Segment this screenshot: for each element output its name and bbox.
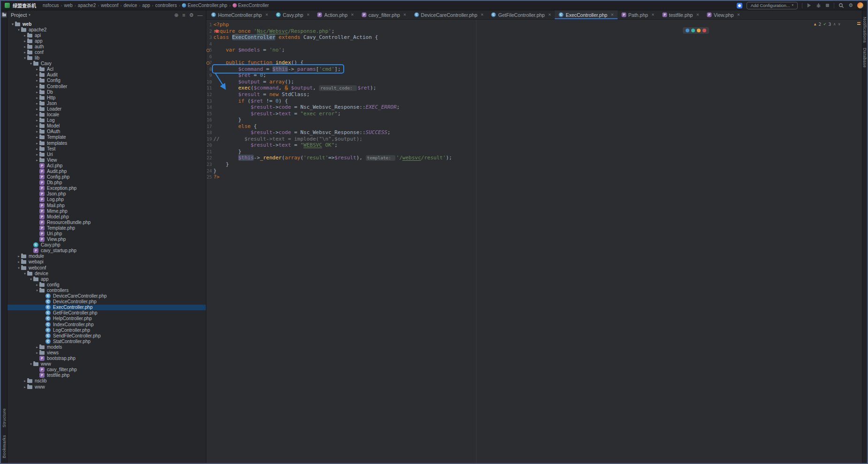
debug-icon[interactable] <box>816 3 821 8</box>
code-with-me-icon[interactable] <box>737 3 742 8</box>
tree-item[interactable]: LogController.php <box>8 327 206 333</box>
tree-item[interactable]: ▸Config <box>8 78 206 83</box>
tree-chevron-icon[interactable]: ▸ <box>35 96 39 99</box>
collapse-all-icon[interactable]: ≡ <box>182 13 185 18</box>
breadcrumb-item[interactable]: ExecController <box>233 3 269 8</box>
line-number[interactable]: 20 <box>206 142 212 149</box>
line-number[interactable]: 13 <box>206 98 212 105</box>
line-number[interactable]: 1 <box>206 22 212 28</box>
line-number[interactable]: 3 <box>206 34 212 41</box>
line-number[interactable]: 8 <box>206 66 212 73</box>
tree-chevron-icon[interactable]: ▸ <box>35 124 39 127</box>
tree-item[interactable]: ▸Audit <box>8 72 206 78</box>
breadcrumb-item[interactable]: ExecController.php <box>182 3 227 8</box>
tree-item[interactable]: Audit.php <box>8 168 206 174</box>
tree-item[interactable]: ▸models <box>8 344 206 350</box>
code-line[interactable]: 19// $result->text = implode("\n",$outpu… <box>206 136 862 142</box>
tree-item[interactable]: ▾apache2 <box>8 27 206 32</box>
tree-item[interactable]: GetFileController.php <box>8 310 206 316</box>
database-tool-button[interactable]: Database <box>862 48 867 68</box>
tree-item[interactable]: ▸config <box>8 282 206 287</box>
editor-tab[interactable]: Path.php✕ <box>618 10 658 19</box>
tree-chevron-icon[interactable]: ▸ <box>16 260 21 263</box>
tree-chevron-icon[interactable]: ▸ <box>35 102 39 105</box>
tree-item[interactable]: ResourceBundle.php <box>8 219 206 225</box>
breadcrumb-item[interactable]: app <box>142 3 150 8</box>
tree-chevron-icon[interactable]: ▾ <box>16 28 21 31</box>
tree-item[interactable]: ▸Log <box>8 118 206 123</box>
tree-item[interactable]: ▸Model <box>8 123 206 129</box>
tree-chevron-icon[interactable]: ▸ <box>35 142 39 145</box>
tree-chevron-icon[interactable]: ▸ <box>35 79 39 82</box>
breadcrumb-item[interactable]: nsfocus <box>43 3 59 8</box>
tree-item[interactable]: Acl.php <box>8 163 206 168</box>
tree-item[interactable]: ▸Acl <box>8 67 206 72</box>
tree-item[interactable]: Mime.php <box>8 208 206 214</box>
line-number[interactable]: 22 <box>206 155 212 161</box>
tree-item[interactable]: Exception.php <box>8 186 206 191</box>
line-number[interactable]: 25 <box>206 174 212 180</box>
tree-chevron-icon[interactable]: ▾ <box>10 22 15 26</box>
tree-item[interactable]: Mail.php <box>8 202 206 208</box>
code-line[interactable]: 15 $result->text = "exec error"; <box>206 111 862 117</box>
tree-item[interactable]: ▸conf <box>8 49 206 55</box>
tab-close-icon[interactable]: ✕ <box>611 13 614 17</box>
line-number[interactable]: 10 <box>206 79 212 85</box>
tree-item[interactable]: ▸Controller <box>8 83 206 89</box>
bookmarks-tool-button[interactable]: Bookmarks <box>2 435 7 458</box>
tree-chevron-icon[interactable]: ▸ <box>35 283 39 286</box>
tree-item[interactable]: StatController.php <box>8 338 206 344</box>
line-number[interactable]: 17 <box>206 123 212 130</box>
code-line[interactable]: 9 $ret = 0; <box>206 72 862 79</box>
tab-close-icon[interactable]: ✕ <box>548 13 551 17</box>
tree-item[interactable]: ▾www <box>8 361 206 367</box>
tree-item[interactable]: ▸Template <box>8 135 206 140</box>
tree-item[interactable]: ExecController.php <box>8 305 206 310</box>
prev-problem-icon[interactable]: ∧ <box>833 21 836 28</box>
tree-item[interactable]: ▸templates <box>8 140 206 146</box>
line-number[interactable]: 15 <box>206 111 212 117</box>
tab-close-icon[interactable]: ✕ <box>265 13 268 17</box>
tree-chevron-icon[interactable]: ▸ <box>35 107 39 111</box>
code-line[interactable]: 1<?php <box>206 22 862 28</box>
tree-item[interactable]: View.php <box>8 237 206 242</box>
tree-item[interactable]: IndexController.php <box>8 322 206 327</box>
tree-item[interactable]: cavy_filter.php <box>8 367 206 373</box>
tree-chevron-icon[interactable]: ▾ <box>23 56 27 60</box>
breadcrumb-item[interactable]: apache2 <box>78 3 96 8</box>
tab-close-icon[interactable]: ✕ <box>351 13 354 17</box>
tree-chevron-icon[interactable]: ▸ <box>35 85 39 88</box>
tree-item[interactable]: ▸www <box>8 384 206 389</box>
code-line[interactable]: 24} <box>206 168 862 174</box>
tree-chevron-icon[interactable]: ▸ <box>23 385 27 389</box>
tab-close-icon[interactable]: ✕ <box>737 13 740 17</box>
tree-item[interactable]: ▸views <box>8 350 206 355</box>
tree-item[interactable]: DeviceController.php <box>8 299 206 305</box>
tab-close-icon[interactable]: ✕ <box>651 13 655 17</box>
tab-close-icon[interactable]: ✕ <box>307 13 310 17</box>
tree-item[interactable]: ▸Test <box>8 146 206 151</box>
tree-chevron-icon[interactable]: ▸ <box>23 379 27 382</box>
tree-item[interactable]: ▸View <box>8 157 206 163</box>
project-panel-title[interactable]: Project <box>11 12 27 18</box>
tree-item[interactable]: bootstrap.php <box>8 356 206 361</box>
tree-chevron-icon[interactable]: ▸ <box>35 135 39 139</box>
tree-item[interactable]: ▸app <box>8 38 206 44</box>
tree-item[interactable]: ▾web <box>8 21 206 27</box>
line-number[interactable]: 11 <box>206 85 212 91</box>
code-line[interactable]: 23 } <box>206 161 862 168</box>
code-line[interactable]: 18 $result->code = Nsc_Websvc_Response::… <box>206 129 862 136</box>
tree-chevron-icon[interactable]: ▸ <box>35 351 39 354</box>
tree-item[interactable]: ▸Json <box>8 100 206 106</box>
stop-icon[interactable] <box>825 3 830 7</box>
line-number[interactable]: 19 <box>206 136 212 142</box>
tree-chevron-icon[interactable]: ▸ <box>23 34 27 37</box>
tree-chevron-icon[interactable]: ▾ <box>23 272 27 275</box>
line-number[interactable]: 6 <box>206 53 212 60</box>
tree-item[interactable]: ▸api <box>8 32 206 38</box>
tree-item[interactable]: ▸auth <box>8 44 206 49</box>
code-line[interactable]: 22 $this->_render(array('result'=>$resul… <box>206 155 862 161</box>
code-line[interactable]: 3class ExecController extends Cavy_Contr… <box>206 34 862 41</box>
tree-item[interactable]: ▸Http <box>8 95 206 100</box>
inspections-widget[interactable]: ▲ 2 ✔ 3 ∧ ∨ <box>814 21 840 28</box>
